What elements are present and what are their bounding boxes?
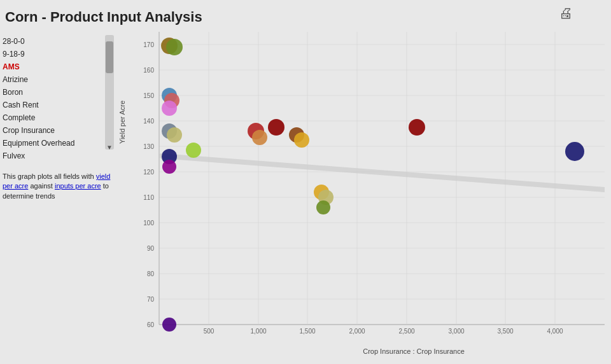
svg-rect-0: [159, 32, 605, 325]
svg-text:2,500: 2,500: [398, 328, 414, 335]
svg-text:80: 80: [147, 270, 155, 277]
sidebar-item-crop-insurance[interactable]: Crop Insurance: [0, 124, 118, 137]
svg-text:2,000: 2,000: [349, 328, 365, 335]
svg-text:90: 90: [147, 245, 155, 252]
svg-text:4,000: 4,000: [547, 328, 563, 335]
svg-text:160: 160: [143, 67, 154, 74]
x-axis-label: Crop Insurance : Crop Insurance: [223, 347, 605, 355]
svg-text:120: 120: [143, 169, 154, 176]
dot: [166, 39, 183, 55]
sidebar-item-cash-rent[interactable]: Cash Rent: [0, 99, 118, 111]
svg-text:3,500: 3,500: [497, 328, 513, 335]
info-text-mid: against: [30, 182, 55, 190]
chart-svg: 170 160 150 140 130 120 110 100 90 80 70…: [134, 32, 605, 344]
dot: [162, 101, 177, 116]
page: Corn - Product Input Analysis 🖨 ▲ ▼ 28-0…: [0, 0, 611, 364]
dot: [409, 119, 425, 136]
inputs-per-acre-link[interactable]: inputs per acre: [55, 182, 101, 190]
sidebar: 28-0-0 9-18-9 AMS Atrizine Boron Cash Re…: [0, 35, 118, 188]
page-title: Corn - Product Input Analysis: [5, 9, 202, 25]
svg-text:70: 70: [147, 296, 155, 303]
svg-text:500: 500: [204, 328, 214, 335]
sidebar-item-28-0-0[interactable]: 28-0-0: [0, 35, 118, 48]
sidebar-item-atrizine[interactable]: Atrizine: [0, 73, 118, 86]
dot: [268, 119, 284, 136]
dot: [162, 160, 176, 174]
dot: [252, 130, 267, 145]
svg-text:130: 130: [143, 143, 154, 150]
svg-text:1,000: 1,000: [250, 328, 266, 335]
svg-text:110: 110: [143, 194, 154, 201]
svg-text:1,500: 1,500: [299, 328, 315, 335]
svg-text:3,000: 3,000: [448, 328, 464, 335]
dot: [316, 200, 330, 214]
svg-text:100: 100: [143, 220, 154, 227]
dot: [162, 318, 176, 332]
print-button[interactable]: 🖨: [559, 5, 573, 22]
info-text: This graph plots all fields with yield p…: [3, 172, 114, 201]
y-axis-label: Yield per Acre: [118, 101, 126, 144]
dot: [294, 132, 309, 148]
sidebar-item-boron[interactable]: Boron: [0, 86, 118, 99]
svg-text:60: 60: [147, 321, 155, 328]
sidebar-item-ams[interactable]: AMS: [0, 60, 118, 73]
sidebar-item-9-18-9[interactable]: 9-18-9: [0, 48, 118, 60]
svg-text:140: 140: [143, 118, 154, 125]
dot: [186, 143, 201, 158]
sidebar-item-equipment-overhead[interactable]: Equipment Overhead: [0, 137, 118, 150]
svg-text:170: 170: [143, 41, 154, 48]
dot: [167, 127, 182, 143]
info-text-pre: This graph plots all fields with: [3, 172, 96, 180]
sidebar-item-complete[interactable]: Complete: [0, 111, 118, 124]
sidebar-item-fulvex[interactable]: Fulvex: [0, 150, 118, 162]
svg-text:150: 150: [143, 92, 154, 99]
dot: [565, 142, 584, 161]
